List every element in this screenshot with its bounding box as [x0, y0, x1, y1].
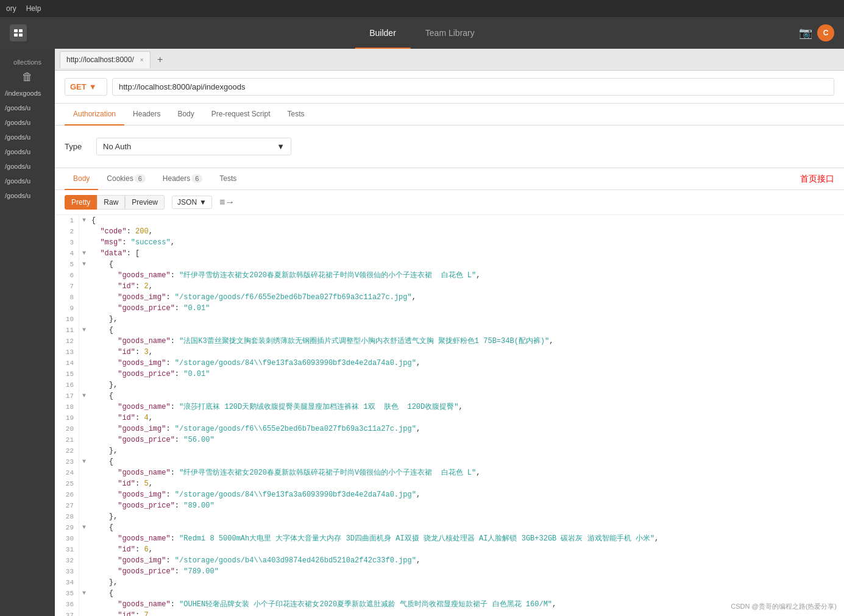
- table-row: 6 "goods_name": "纤伊寻雪纺连衣裙女2020春夏新款韩版碎花裙子…: [55, 270, 844, 281]
- line-content: "code": 200,: [89, 226, 153, 237]
- line-content: },: [89, 380, 118, 391]
- table-row: 25 "id": 5,: [55, 478, 844, 489]
- sidebar-item-4[interactable]: /goods/u: [0, 144, 55, 159]
- line-content: {: [89, 391, 113, 402]
- table-row: 24 "goods_name": "纤伊寻雪纺连衣裙女2020春夏新款韩版碎花裙…: [55, 467, 844, 478]
- line-content: "id": 5,: [89, 478, 153, 489]
- menu-bar: ory Help: [0, 0, 844, 17]
- url-bar: GET ▼: [65, 78, 834, 96]
- table-row: 9 "goods_price": "0.01": [55, 303, 844, 314]
- sidebar-item-1[interactable]: /goods/u: [0, 101, 55, 115]
- line-content: "goods_price": "0.01": [89, 303, 210, 314]
- req-tab-tests[interactable]: Tests: [278, 104, 313, 126]
- table-row: 1▼{: [55, 215, 844, 226]
- line-content: "goods_price": "0.01": [89, 369, 210, 380]
- line-number: 4: [55, 248, 79, 259]
- view-raw-button[interactable]: Raw: [97, 195, 125, 210]
- sidebar-item-2[interactable]: /goods/u: [0, 115, 55, 130]
- line-number: 34: [55, 577, 79, 588]
- line-arrow: ▼: [79, 259, 89, 270]
- line-content: {: [89, 259, 113, 270]
- resp-tab-cookies[interactable]: Cookies6: [98, 168, 154, 190]
- table-row: 35▼ {: [55, 588, 844, 599]
- table-row: 32 "goods_img": "/storage/goods/b4\\a403…: [55, 555, 844, 566]
- add-tab-button[interactable]: +: [153, 52, 168, 67]
- format-select[interactable]: JSON ▼: [172, 196, 212, 209]
- resp-tab-tests[interactable]: Tests: [211, 168, 245, 190]
- line-content: {: [89, 325, 113, 336]
- line-content: "goods_img": "/storage/goods/84\\f9e13fa…: [89, 358, 420, 369]
- format-label: JSON: [177, 198, 197, 207]
- table-row: 21 "goods_price": "56.00": [55, 434, 844, 445]
- line-content: {: [89, 456, 113, 467]
- line-content: },: [89, 577, 118, 588]
- line-content: },: [89, 445, 118, 456]
- table-row: 18 "goods_name": "浪莎打底袜 120D天鹅绒收腹提臀美腿显瘦加…: [55, 402, 844, 412]
- req-tab-pre-request[interactable]: Pre-request Script: [203, 104, 279, 126]
- table-row: 7 "id": 2,: [55, 281, 844, 292]
- tab-team-library[interactable]: Team Library: [411, 17, 489, 49]
- menu-item-help[interactable]: Help: [26, 4, 41, 13]
- tab-close-button[interactable]: ×: [140, 57, 144, 63]
- line-arrow: ▼: [79, 215, 89, 226]
- view-preview-button[interactable]: Preview: [125, 195, 165, 210]
- line-number: 10: [55, 314, 79, 325]
- line-number: 35: [55, 588, 79, 599]
- table-row: 13 "id": 3,: [55, 347, 844, 358]
- resp-tab-body[interactable]: Body: [65, 168, 98, 190]
- menu-item-history[interactable]: ory: [6, 4, 16, 13]
- nav-tabs: Builder Team Library: [355, 17, 489, 49]
- line-number: 13: [55, 347, 79, 358]
- line-number: 5: [55, 259, 79, 270]
- table-row: 37 "id": 7,: [55, 610, 844, 616]
- nav-left: [10, 24, 27, 41]
- response-tabs: Body Cookies6 Headers6 Tests 首页接口: [55, 168, 844, 190]
- sidebar-item-6[interactable]: /goods/u: [0, 174, 55, 188]
- url-input[interactable]: [112, 78, 834, 96]
- req-tab-body[interactable]: Body: [169, 104, 202, 126]
- line-number: 8: [55, 292, 79, 303]
- line-content: {: [89, 588, 113, 599]
- nav-bar: Builder Team Library 📷 C: [0, 17, 844, 49]
- req-tab-headers[interactable]: Headers: [124, 104, 169, 126]
- line-arrow: ▼: [79, 325, 89, 336]
- table-row: 12 "goods_name": "法国K3蕾丝聚拢文胸套装刺绣薄款无钢圈插片式…: [55, 336, 844, 347]
- request-tab-active[interactable]: http://localhost:8000/ ×: [60, 51, 151, 68]
- sidebar-item-3[interactable]: /goods/u: [0, 130, 55, 144]
- wrap-icon[interactable]: ≡→: [219, 197, 235, 208]
- tab-bar: http://localhost:8000/ × +: [55, 49, 844, 71]
- app-icon[interactable]: [10, 24, 27, 41]
- req-tab-authorization[interactable]: Authorization: [65, 104, 124, 126]
- sidebar-item-7[interactable]: /goods/u: [0, 188, 55, 203]
- camera-icon[interactable]: 📷: [799, 26, 812, 40]
- line-arrow: ▼: [79, 522, 89, 533]
- type-dropdown[interactable]: No Auth ▼: [96, 138, 291, 155]
- line-number: 24: [55, 467, 79, 478]
- line-number: 20: [55, 423, 79, 434]
- line-number: 32: [55, 555, 79, 566]
- sidebar-item-indexgoods[interactable]: /indexgoods: [0, 86, 55, 101]
- sidebar-list: /indexgoods /goods/u /goods/u /goods/u /…: [0, 86, 55, 203]
- line-content: "data": [: [89, 248, 140, 259]
- line-number: 7: [55, 281, 79, 292]
- table-row: 23▼ {: [55, 456, 844, 467]
- line-content: "goods_name": "纤伊寻雪纺连衣裙女2020春夏新款韩版碎花裙子时尚…: [89, 270, 480, 281]
- table-row: 4▼ "data": [: [55, 248, 844, 259]
- line-number: 36: [55, 599, 79, 610]
- watermark: CSDN @贵哥的编程之路(热爱分享): [731, 602, 837, 611]
- table-row: 36 "goods_name": "OUHEN轻奢品牌女装 小个子印花连衣裙女2…: [55, 599, 844, 610]
- tab-builder[interactable]: Builder: [355, 17, 411, 49]
- table-row: 27 "goods_price": "89.00": [55, 500, 844, 511]
- svg-rect-3: [19, 34, 23, 37]
- table-row: 11▼ {: [55, 325, 844, 336]
- line-content: "goods_name": "法国K3蕾丝聚拢文胸套装刺绣薄款无钢圈插片式调整型…: [89, 336, 553, 347]
- method-select[interactable]: GET ▼: [65, 78, 107, 96]
- avatar[interactable]: C: [817, 24, 834, 41]
- sidebar-delete-icon[interactable]: 🗑: [20, 68, 35, 86]
- line-content: "id": 3,: [89, 347, 153, 358]
- type-value: No Auth: [103, 142, 131, 151]
- svg-rect-1: [19, 29, 23, 32]
- sidebar-item-5[interactable]: /goods/u: [0, 159, 55, 174]
- view-pretty-button[interactable]: Pretty: [65, 195, 97, 210]
- resp-tab-headers[interactable]: Headers6: [154, 168, 211, 190]
